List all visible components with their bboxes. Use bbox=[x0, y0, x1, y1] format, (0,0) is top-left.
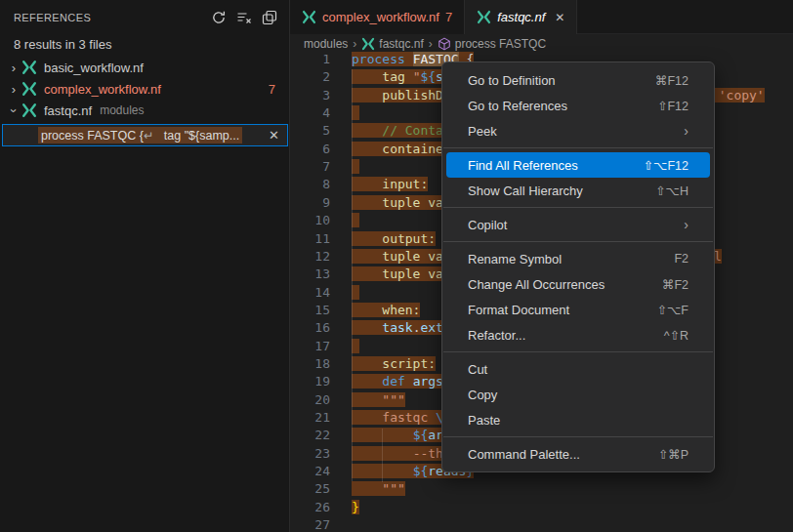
clear-results-icon[interactable] bbox=[234, 8, 254, 27]
tab-complex-workflow[interactable]: complex_workflow.nf 7 bbox=[290, 0, 465, 34]
chevron-down-icon[interactable]: › bbox=[7, 102, 21, 118]
tab-fastqc[interactable]: fastqc.nf ✕ bbox=[465, 0, 577, 34]
menu-item-shortcut: ⇧⌥H bbox=[655, 184, 689, 198]
submenu-arrow-icon: › bbox=[684, 123, 689, 139]
menu-item-change-all-occurrences[interactable]: Change All Occurrences⌘F2 bbox=[446, 271, 710, 297]
tab-problem-badge: 7 bbox=[445, 10, 452, 24]
reference-count-badge: 7 bbox=[269, 82, 275, 97]
menu-item-shortcut: ⇧⌥F bbox=[656, 303, 689, 317]
menu-item-go-to-references[interactable]: Go to References⇧F12 bbox=[446, 93, 710, 118]
breadcrumb-separator: › bbox=[429, 37, 433, 51]
menu-item-go-to-definition[interactable]: Go to Definition⌘F12 bbox=[446, 67, 710, 93]
line-number: 24 bbox=[290, 464, 330, 481]
close-tab-icon[interactable]: ✕ bbox=[555, 11, 564, 24]
file-row-fastqc[interactable]: › fastqc.nf modules bbox=[0, 100, 289, 121]
menu-item-shortcut: ⇧⌥F12 bbox=[644, 158, 689, 173]
file-row-complex-workflow[interactable]: › complex_workflow.nf 7 bbox=[0, 78, 289, 100]
dismiss-result-icon[interactable]: ✕ bbox=[269, 128, 279, 143]
menu-item-label: Command Palette... bbox=[468, 447, 580, 462]
code-fragment: l bbox=[714, 249, 722, 264]
references-header: REFERENCES bbox=[0, 0, 289, 34]
menu-item-peek[interactable]: Peek› bbox=[446, 118, 710, 143]
menu-separator bbox=[443, 351, 713, 352]
file-name: basic_workflow.nf bbox=[44, 61, 144, 75]
tab-label: complex_workflow.nf bbox=[322, 10, 439, 24]
line-number: 25 bbox=[290, 481, 330, 499]
menu-item-refactor[interactable]: Refactor...^⇧R bbox=[446, 322, 710, 348]
line-number: 14 bbox=[290, 285, 330, 303]
line-number: 9 bbox=[290, 195, 330, 213]
code-line[interactable]: } bbox=[352, 500, 793, 517]
breadcrumb-file[interactable]: fastqc.nf bbox=[361, 37, 423, 51]
menu-item-label: Refactor... bbox=[468, 328, 525, 343]
context-menu: Go to Definition⌘F12Go to References⇧F12… bbox=[441, 61, 715, 472]
chevron-right-icon[interactable]: › bbox=[6, 82, 21, 97]
line-number: 7 bbox=[290, 159, 330, 177]
collapse-all-icon[interactable] bbox=[260, 8, 279, 27]
file-row-basic-workflow[interactable]: › basic_workflow.nf bbox=[0, 57, 289, 78]
file-folder-desc: modules bbox=[100, 103, 144, 117]
refresh-icon[interactable] bbox=[209, 8, 229, 27]
breadcrumb: modules › fastqc.nf › process FASTQC bbox=[290, 34, 793, 53]
reference-match-text: process FASTQC {↵ tag "${samp... bbox=[38, 127, 242, 143]
file-name: fastqc.nf bbox=[44, 103, 92, 118]
breadcrumb-symbol[interactable]: process FASTQC bbox=[438, 37, 546, 51]
results-summary: 8 results in 3 files bbox=[14, 37, 111, 52]
line-number: 26 bbox=[290, 500, 330, 517]
chevron-right-icon[interactable]: › bbox=[6, 61, 21, 75]
menu-item-label: Show Call Hierarchy bbox=[468, 184, 583, 198]
code-line[interactable] bbox=[352, 517, 793, 532]
line-number: 3 bbox=[290, 88, 330, 105]
line-number: 16 bbox=[290, 320, 330, 338]
menu-item-shortcut: ^⇧R bbox=[664, 328, 689, 343]
line-number: 19 bbox=[290, 374, 330, 391]
menu-item-label: Go to Definition bbox=[468, 73, 556, 88]
menu-item-format-document[interactable]: Format Document⇧⌥F bbox=[446, 297, 710, 322]
line-number: 17 bbox=[290, 339, 330, 356]
symbol-module-icon bbox=[438, 37, 451, 51]
indent-guide bbox=[382, 429, 383, 482]
nextflow-file-icon bbox=[477, 10, 491, 24]
menu-item-copy[interactable]: Copy bbox=[446, 382, 710, 407]
line-number: 8 bbox=[290, 177, 330, 194]
menu-separator bbox=[443, 207, 713, 208]
menu-item-copilot[interactable]: Copilot› bbox=[446, 212, 710, 237]
line-number: 22 bbox=[290, 428, 330, 445]
code-line[interactable]: """ bbox=[352, 481, 793, 499]
line-number: 13 bbox=[290, 266, 330, 284]
menu-separator bbox=[443, 147, 713, 148]
nextflow-file-icon bbox=[21, 102, 37, 118]
menu-item-find-all-references[interactable]: Find All References⇧⌥F12 bbox=[446, 152, 710, 178]
references-sidebar: REFERENCES 8 results in 3 files › basic_… bbox=[0, 0, 290, 532]
line-number: 11 bbox=[290, 231, 330, 249]
breadcrumb-separator: › bbox=[353, 37, 356, 51]
references-toolbar bbox=[209, 0, 279, 34]
line-number: 15 bbox=[290, 303, 330, 320]
line-number: 4 bbox=[290, 105, 330, 123]
menu-item-command-palette[interactable]: Command Palette...⇧⌘P bbox=[446, 441, 710, 467]
references-title: REFERENCES bbox=[14, 12, 91, 23]
menu-item-show-call-hierarchy[interactable]: Show Call Hierarchy⇧⌥H bbox=[446, 178, 710, 203]
menu-item-label: Cut bbox=[468, 362, 487, 377]
menu-item-label: Format Document bbox=[468, 303, 569, 317]
menu-separator bbox=[443, 436, 713, 437]
breadcrumb-folder[interactable]: modules bbox=[304, 37, 348, 51]
line-number: 6 bbox=[290, 142, 330, 159]
line-number: 20 bbox=[290, 392, 330, 410]
reference-result-selected[interactable]: process FASTQC {↵ tag "${samp... ✕ bbox=[2, 124, 288, 146]
menu-item-rename-symbol[interactable]: Rename SymbolF2 bbox=[446, 246, 710, 271]
file-name: complex_workflow.nf bbox=[44, 82, 161, 97]
menu-item-label: Peek bbox=[468, 124, 497, 139]
line-number: 21 bbox=[290, 410, 330, 428]
menu-item-shortcut: ⌘F12 bbox=[655, 73, 689, 88]
line-number: 5 bbox=[290, 123, 330, 141]
menu-item-label: Rename Symbol bbox=[468, 252, 562, 266]
menu-item-shortcut: ⇧F12 bbox=[657, 99, 689, 113]
nextflow-file-icon bbox=[21, 81, 37, 97]
line-number: 2 bbox=[290, 69, 330, 87]
nextflow-file-icon bbox=[361, 37, 375, 51]
nextflow-file-icon bbox=[302, 10, 316, 24]
menu-item-cut[interactable]: Cut bbox=[446, 356, 710, 382]
menu-item-label: Paste bbox=[468, 413, 500, 428]
menu-item-paste[interactable]: Paste bbox=[446, 407, 710, 432]
